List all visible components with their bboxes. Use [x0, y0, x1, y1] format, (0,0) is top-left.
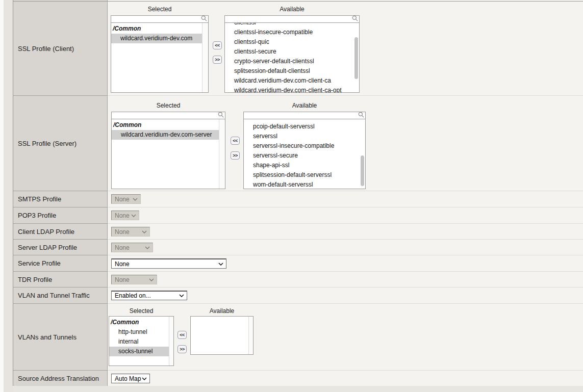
row-label-cell: SSL Profile (Server)	[13, 95, 108, 191]
row-label-cell: POP3 Profile	[13, 207, 108, 223]
row-label-cell: Service Profile	[13, 255, 108, 271]
list-item[interactable]: serverssl-insecure-compatible	[244, 141, 365, 151]
list-item[interactable]: clientssl-secure	[225, 47, 359, 57]
select-value: None	[112, 276, 149, 283]
chevron-down-icon	[142, 377, 147, 380]
row-value-cell: None	[108, 207, 583, 223]
row-value-cell: Auto Map	[108, 370, 583, 386]
list-item[interactable]: /Common	[109, 318, 173, 327]
list-item[interactable]: internal	[109, 337, 173, 347]
move-to-selected-button[interactable]: <<	[213, 41, 222, 49]
available-column: Available clientsslclientssl-insecure-co…	[224, 6, 360, 93]
select-value: None	[112, 196, 133, 203]
list-item[interactable]: clientssl-quic	[225, 37, 359, 47]
vlans-selected-listbox: /Commonhttp-tunnelinternalsocks-tunnel	[109, 316, 174, 366]
row-label-cell: TDR Profile	[13, 271, 108, 287]
tdr-profile-select: None	[111, 275, 157, 284]
field-label: POP3 Profile	[18, 212, 56, 219]
search-icon	[358, 112, 364, 118]
available-header: Available	[224, 6, 360, 14]
table-row-client-ldap-profile: Client LDAP Profile None	[13, 223, 583, 239]
table-row-pop3-profile: POP3 Profile None	[13, 207, 583, 223]
list-item[interactable]: wildcard.veridium-dev.com-client-ca-opt	[225, 86, 359, 93]
row-label-cell: Client LDAP Profile	[13, 223, 108, 239]
list-item[interactable]: wildcard.veridium-dev.com	[111, 34, 208, 43]
chevron-down-icon	[142, 230, 147, 233]
list-item[interactable]: wildcard.veridium-dev.com-client-ca	[225, 76, 359, 86]
table-row-vlan-and-tunnel-traffic: VLAN and Tunnel Traffic Enabled on...	[13, 287, 583, 303]
table-row-ssl-profile-server: SSL Profile (Server) Selected /Commonwil…	[13, 95, 583, 191]
selected-header: Selected	[111, 102, 225, 110]
selected-filter	[111, 14, 209, 23]
selected-header: Selected	[109, 307, 174, 316]
list-item[interactable]: crypto-server-default-clientssl	[225, 57, 359, 66]
table-row-source-address-translation: Source Address Translation Auto Map	[13, 370, 583, 386]
selected-column: Selected /Commonwildcard.veridium-dev.co…	[111, 6, 209, 93]
selected-header: Selected	[111, 6, 209, 14]
scrollbar-thumb[interactable]	[354, 37, 358, 79]
select-value: None	[112, 228, 142, 236]
available-filter	[224, 14, 360, 23]
list-item[interactable]: socks-tunnel	[109, 347, 173, 356]
table-row-smtps-profile: SMTPS Profile None	[13, 191, 583, 207]
list-items: clientsslclientssl-insecure-compatiblecl…	[225, 23, 359, 93]
row-label-cell: SMTPS Profile	[13, 191, 108, 207]
service-profile-select[interactable]: None	[111, 258, 226, 269]
list-items: /Commonhttp-tunnelinternalsocks-tunnel	[109, 317, 173, 356]
move-buttons: << >>	[231, 96, 240, 191]
scrollbar-track	[169, 317, 173, 365]
list-item[interactable]: splitsession-default-serverssl	[244, 170, 365, 180]
list-item[interactable]: pcoip-default-serverssl	[244, 122, 365, 132]
field-label: VLAN and Tunnel Traffic	[18, 292, 90, 299]
list-item[interactable]: serverssl-secure	[244, 151, 365, 161]
available-header: Available	[243, 102, 366, 110]
ssl-client-available-listbox: clientsslclientssl-insecure-compatiblecl…	[224, 22, 360, 93]
list-item[interactable]: wom-default-serverssl	[244, 180, 365, 189]
ssl-server-selected-listbox: /Commonwildcard.veridium-dev.com-server	[111, 119, 225, 189]
search-icon	[201, 15, 207, 21]
scrollbar-thumb[interactable]	[361, 155, 364, 186]
row-value-cell: None	[108, 271, 583, 287]
list-item[interactable]: shape-api-ssl	[244, 161, 365, 170]
client-ldap-profile-select: None	[111, 227, 150, 237]
list-item[interactable]: clientssl	[225, 22, 359, 28]
selected-column: Selected /Commonhttp-tunnelinternalsocks…	[109, 307, 174, 366]
row-label-cell: VLAN and Tunnel Traffic	[13, 287, 108, 303]
row-value-cell: Selected /Commonwildcard.veridium-dev.co…	[108, 1, 583, 95]
list-item[interactable]: splitsession-default-clientssl	[225, 66, 359, 76]
move-to-available-button[interactable]: >>	[178, 345, 187, 353]
table-row-vlans-and-tunnels: VLANs and Tunnels Selected /Commonhttp-t…	[13, 303, 583, 370]
scrollbar-track	[202, 23, 208, 92]
row-value-cell: None	[108, 239, 583, 255]
chevron-down-icon	[218, 263, 223, 266]
field-label: Source Address Translation	[18, 375, 99, 382]
vlan-traffic-select[interactable]: Enabled on...	[111, 291, 187, 300]
chevron-down-icon	[179, 294, 184, 297]
list-item[interactable]: http-tunnel	[109, 327, 173, 337]
move-to-selected-button[interactable]: <<	[231, 137, 240, 145]
move-to-available-button[interactable]: >>	[231, 151, 240, 160]
available-filter	[243, 111, 366, 119]
source-address-translation-select[interactable]: Auto Map	[111, 374, 150, 383]
field-label: SSL Profile (Server)	[18, 140, 77, 147]
list-item[interactable]: serverssl	[244, 132, 365, 141]
pop3-profile-select: None	[111, 211, 139, 220]
scrollbar-track	[219, 119, 225, 189]
available-header: Available	[190, 307, 254, 316]
row-value-cell: Selected /Commonhttp-tunnelinternalsocks…	[108, 303, 583, 370]
select-value: Auto Map	[112, 375, 142, 382]
list-item[interactable]: clientssl-insecure-compatible	[225, 28, 359, 37]
list-items	[191, 317, 253, 318]
move-to-available-button[interactable]: >>	[213, 56, 222, 64]
field-label: SSL Profile (Client)	[18, 45, 74, 53]
select-value: None	[112, 244, 145, 251]
move-buttons: << >>	[213, 2, 222, 95]
select-value: Enabled on...	[112, 292, 179, 299]
field-label: SMTPS Profile	[18, 195, 61, 203]
move-to-selected-button[interactable]: <<	[178, 331, 187, 339]
list-item[interactable]: wildcard.veridium-dev.com-server	[112, 130, 225, 140]
field-label: Client LDAP Profile	[18, 228, 74, 236]
list-item[interactable]: /Common	[111, 24, 208, 34]
list-item[interactable]: /Common	[112, 120, 225, 130]
search-icon	[218, 112, 224, 118]
